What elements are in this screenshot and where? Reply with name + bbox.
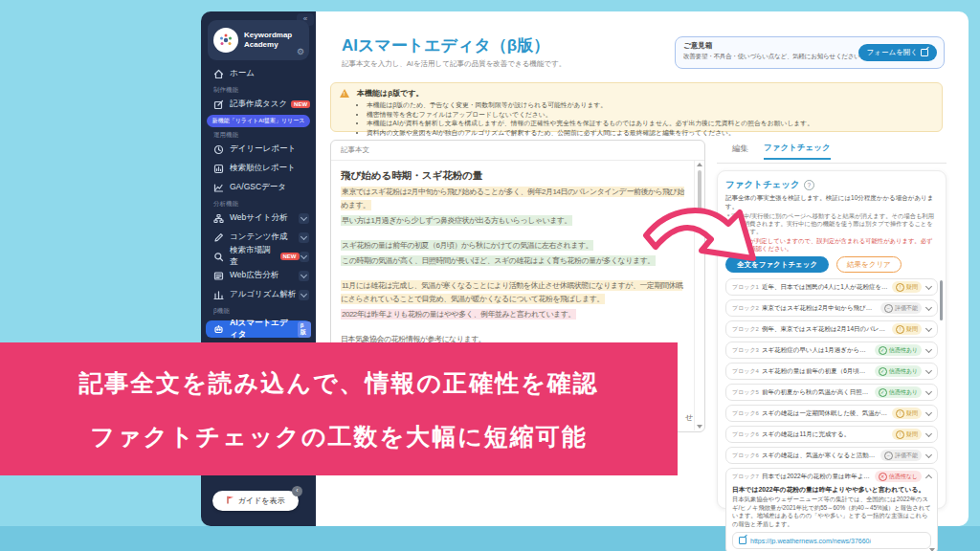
factcheck-item[interactable]: ブロック7日本では2022年の花粉の量は昨年よりやや多い..✕信憑性なし日本では… xyxy=(725,468,938,551)
article-line xyxy=(341,323,689,333)
scroll-down-icon[interactable] xyxy=(697,425,702,429)
sidebar-item-ai-editor[interactable]: AIスマートエディタ β版 xyxy=(206,320,311,338)
sitemap-icon xyxy=(213,213,224,224)
factcheck-item[interactable]: ブロック2東京ではスギ花粉は2月中旬から飛び始めることが..−評価不能 xyxy=(725,299,938,317)
verdict-icon: − xyxy=(884,304,893,313)
article-line: 東京ではスギ花粉は2月中旬から飛び始めることが多く、例年2月14日のバレンタイン… xyxy=(341,186,689,212)
tab-edit[interactable]: 編集 xyxy=(732,143,748,159)
sidebar-item-article-task[interactable]: 記事作成タスク NEW xyxy=(201,96,316,113)
promo-line-2: ファクトチェックの工数を大幅に短縮可能 xyxy=(90,422,587,451)
flag-icon xyxy=(227,496,234,506)
claim-text: 日本では2022年の花粉の量は昨年よりやや多い.. xyxy=(762,473,872,481)
verdict-icon: ! xyxy=(896,325,904,334)
chevron-down-icon[interactable] xyxy=(300,252,309,262)
sidebar-item-market-research[interactable]: 検索市場調査 NEW xyxy=(201,248,316,265)
claim-text: スギ花粉症の早い人は1月過ぎから少しずつ鼻炎.. xyxy=(762,346,872,355)
factcheck-item[interactable]: ブロック2例年、東京ではスギ花粉は2月14日のバレンタインデー..!疑問 xyxy=(725,320,938,338)
verdict-badge: ✓信憑性あり xyxy=(875,386,922,398)
brand-name: Keywordmap Academy xyxy=(244,31,292,50)
verdict-icon: − xyxy=(884,452,893,460)
section-label-beta: β機能 xyxy=(213,307,316,317)
chevron-down-icon[interactable] xyxy=(925,303,932,310)
sidebar-item-home[interactable]: ホーム xyxy=(201,65,316,82)
verdict-badge: ✕信憑性なし xyxy=(875,471,922,482)
factcheck-item[interactable]: ブロック5前年の初夏から秋の気温が高く日照時間が長い..✓信憑性あり xyxy=(725,384,938,401)
sidebar-item-web-analysis[interactable]: Webサイト分析 xyxy=(201,209,316,227)
beta-notice: 本機能はβ版です。 本機能はβ版のため、予告なく変更・回数制限等が設けられる可能… xyxy=(330,82,943,132)
promo-line-1: 記事全文を読み込んで、情報の正確性を確認 xyxy=(78,368,599,397)
verdict-badge: ✓信憑性あり xyxy=(875,344,922,356)
chevron-down-icon[interactable] xyxy=(925,366,932,373)
new-badge: NEW xyxy=(280,253,300,260)
brand-card[interactable]: Keywordmap Academy ⚙ xyxy=(208,20,309,60)
chevron-down-icon[interactable] xyxy=(925,430,932,436)
section-label-operation: 運用機能 xyxy=(213,131,316,141)
warning-icon xyxy=(340,89,349,98)
block-label: ブロック6 xyxy=(732,430,759,439)
open-form-button[interactable]: フォームを開く xyxy=(858,44,937,61)
sidebar-item-content-creation[interactable]: コンテンツ作成 xyxy=(201,229,316,246)
notice-bullets: 本機能はβ版のため、予告なく変更・回数制限等が設けられる可能性があります。 機密… xyxy=(357,100,932,137)
annotation-arrow xyxy=(639,199,766,295)
source-link[interactable]: https://jp.weathernews.com/news/37660/ xyxy=(732,532,931,549)
chevron-up-icon[interactable] xyxy=(925,474,932,480)
chevron-down-icon[interactable] xyxy=(299,290,309,300)
scroll-up-icon[interactable] xyxy=(697,163,702,166)
factcheck-item[interactable]: ブロック3スギ花粉症の早い人は1月過ぎから少しずつ鼻炎..✓信憑性あり xyxy=(725,342,938,359)
sidebar-item-ad-analysis[interactable]: Web広告分析 xyxy=(201,267,316,284)
chevron-down-icon[interactable] xyxy=(925,282,932,289)
chevron-down-icon[interactable] xyxy=(299,213,309,224)
external-link-icon xyxy=(921,49,928,56)
sidebar-item-rank-report[interactable]: 検索順位レポート xyxy=(201,160,316,177)
robot-icon xyxy=(213,324,224,335)
search-icon xyxy=(213,252,224,262)
show-guide-button[interactable]: ガイドを表示 ‹ xyxy=(212,491,299,511)
article-line: 飛び始める時期・スギ花粉の量 xyxy=(341,168,689,182)
verdict-badge: −評価不能 xyxy=(880,302,922,314)
list-scrollbar-thumb[interactable] xyxy=(940,280,943,320)
factcheck-item[interactable]: ブロック6スギの雄花は一定期間休眠した後、気温が暖かくなる..!疑問 xyxy=(725,405,938,422)
release-announcement[interactable]: 新機能「リライトAI提案」リリース xyxy=(207,115,310,127)
sidebar-item-ga-gsc[interactable]: GA/GSCデータ xyxy=(201,179,316,196)
sidebar-item-algorithm[interactable]: アルゴリズム解析 xyxy=(201,286,316,303)
chevron-down-icon[interactable] xyxy=(925,387,932,394)
home-icon xyxy=(213,69,224,79)
external-link-icon xyxy=(739,537,746,544)
chevron-down-icon[interactable] xyxy=(925,408,932,415)
gear-icon[interactable]: ⚙ xyxy=(297,47,304,56)
partially-hidden-text: せ xyxy=(685,412,693,423)
verdict-icon: ✓ xyxy=(879,367,887,376)
claim-detail-body: 日本気象協会やウェザーニューズ等の集計では、全国的には2022年のスギ/ヒノキ飛… xyxy=(732,496,931,528)
factcheck-item[interactable]: ブロック6スギの雄花は、気温が寒くなると活動を休止して..−評価不能 xyxy=(725,447,938,464)
chevron-down-icon[interactable] xyxy=(299,232,309,243)
collapse-guide-icon[interactable]: ‹ xyxy=(292,486,302,496)
claim-text: 東京ではスギ花粉は2月中旬から飛び始めることが.. xyxy=(762,304,878,313)
right-tabs: 編集 ファクトチェック xyxy=(717,140,947,164)
verdict-badge: ✓信憑性あり xyxy=(875,365,922,377)
tab-factcheck[interactable]: ファクトチェック xyxy=(764,143,831,160)
help-icon[interactable]: ? xyxy=(804,180,814,190)
claim-text: 前年の初夏から秋の気温が高く日照時間が長い.. xyxy=(762,388,872,397)
verdict-icon: ✓ xyxy=(879,388,887,397)
block-label: ブロック2 xyxy=(732,325,759,334)
factcheck-item[interactable]: ブロック4スギ花粉の量は前年の初夏（6月頃）から秋にか..✓信憑性あり xyxy=(725,363,938,380)
claim-text: スギの雄花は11月に完成する。 xyxy=(762,430,889,439)
chevron-down-icon[interactable] xyxy=(299,271,309,281)
chevron-down-icon[interactable] xyxy=(925,345,932,352)
block-label: ブロック3 xyxy=(732,346,759,355)
page-subtitle: 記事本文を入力し、AIを活用して記事の品質を改善できる機能です。 xyxy=(342,59,566,69)
source-url[interactable]: https://jp.weathernews.com/news/37660/ xyxy=(750,538,871,544)
block-label: ブロック7 xyxy=(732,473,759,481)
article-line xyxy=(341,270,689,279)
verdict-badge: −評価不能 xyxy=(880,450,922,461)
block-label: ブロック6 xyxy=(732,452,759,460)
claim-text: スギの雄花は、気温が寒くなると活動を休止して.. xyxy=(762,452,878,460)
block-label: ブロック2 xyxy=(732,304,759,313)
verdict-badge: !疑問 xyxy=(892,429,922,440)
clear-results-button[interactable]: 結果をクリア xyxy=(836,256,902,273)
clock-icon xyxy=(213,144,224,155)
factcheck-item[interactable]: ブロック6スギの雄花は11月に完成する。!疑問 xyxy=(725,426,938,443)
chevron-down-icon[interactable] xyxy=(925,451,932,457)
sidebar-item-daily-report[interactable]: デイリーレポート xyxy=(201,141,316,158)
chevron-down-icon[interactable] xyxy=(925,324,932,331)
